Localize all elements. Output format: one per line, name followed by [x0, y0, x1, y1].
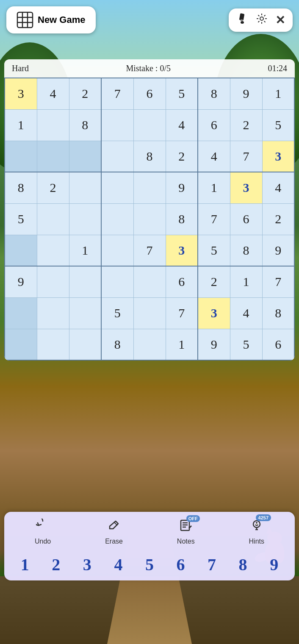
- num-button-5[interactable]: 5: [142, 553, 157, 576]
- cell-r9-c1[interactable]: [5, 329, 37, 360]
- cell-r2-c7[interactable]: 6: [198, 109, 230, 141]
- cell-r9-c8[interactable]: 5: [230, 329, 262, 360]
- cell-r8-c5[interactable]: [133, 297, 166, 329]
- cell-r2-c3[interactable]: 8: [69, 109, 101, 141]
- cell-r6-c8[interactable]: 8: [230, 235, 262, 266]
- cell-r3-c9[interactable]: 3: [262, 141, 294, 172]
- cell-r5-c8[interactable]: 6: [230, 203, 262, 235]
- cell-r3-c3[interactable]: [69, 141, 101, 172]
- cell-r2-c6[interactable]: 4: [166, 109, 198, 141]
- cell-r9-c2[interactable]: [37, 329, 69, 360]
- num-button-3[interactable]: 3: [80, 553, 95, 576]
- cell-r5-c5[interactable]: [133, 203, 166, 235]
- cell-r4-c4[interactable]: [101, 172, 133, 203]
- cell-r8-c1[interactable]: [5, 297, 37, 329]
- settings-icon[interactable]: [256, 13, 268, 28]
- num-button-8[interactable]: 8: [235, 553, 251, 576]
- num-button-9[interactable]: 9: [266, 553, 282, 576]
- cell-r1-c2[interactable]: 4: [37, 78, 69, 109]
- cell-r2-c5[interactable]: [133, 109, 166, 141]
- cell-r2-c9[interactable]: 5: [262, 109, 294, 141]
- cell-r4-c9[interactable]: 4: [262, 172, 294, 203]
- cell-r8-c7[interactable]: 3: [198, 297, 230, 329]
- num-button-4[interactable]: 4: [111, 553, 126, 576]
- cell-r5-c9[interactable]: 2: [262, 203, 294, 235]
- cell-r9-c3[interactable]: [69, 329, 101, 360]
- cell-r8-c6[interactable]: 7: [166, 297, 198, 329]
- cell-r9-c7[interactable]: 9: [198, 329, 230, 360]
- cell-r1-c7[interactable]: 8: [198, 78, 230, 109]
- cell-r7-c9[interactable]: 7: [262, 266, 294, 297]
- cell-r7-c1[interactable]: 9: [5, 266, 37, 297]
- cell-r8-c3[interactable]: [69, 297, 101, 329]
- num-button-7[interactable]: 7: [204, 553, 219, 576]
- cell-r5-c7[interactable]: 7: [198, 203, 230, 235]
- cell-r1-c4[interactable]: 7: [101, 78, 133, 109]
- cell-r4-c5[interactable]: [133, 172, 166, 203]
- erase-button[interactable]: Erase: [105, 519, 123, 545]
- cell-r3-c7[interactable]: 4: [198, 141, 230, 172]
- notes-button[interactable]: OFF Notes: [177, 519, 195, 545]
- cell-r3-c4[interactable]: [101, 141, 133, 172]
- cell-r8-c2[interactable]: [37, 297, 69, 329]
- cell-r2-c2[interactable]: [37, 109, 69, 141]
- cell-r7-c8[interactable]: 1: [230, 266, 262, 297]
- cell-r7-c6[interactable]: 6: [166, 266, 198, 297]
- cell-r1-c1[interactable]: 3: [5, 78, 37, 109]
- cell-r4-c6[interactable]: 9: [166, 172, 198, 203]
- cell-r5-c1[interactable]: 5: [5, 203, 37, 235]
- close-icon[interactable]: ✕: [275, 13, 285, 27]
- cell-r4-c8[interactable]: 3: [230, 172, 262, 203]
- status-bar: Hard Mistake : 0/5 01:24: [4, 59, 295, 78]
- cell-r6-c3[interactable]: 1: [69, 235, 101, 266]
- cell-r7-c3[interactable]: [69, 266, 101, 297]
- num-button-6[interactable]: 6: [173, 553, 188, 576]
- cell-r4-c1[interactable]: 8: [5, 172, 37, 203]
- cell-r4-c7[interactable]: 1: [198, 172, 230, 203]
- cell-r8-c4[interactable]: 5: [101, 297, 133, 329]
- cell-r6-c2[interactable]: [37, 235, 69, 266]
- cell-r6-c1[interactable]: [5, 235, 37, 266]
- cell-r1-c8[interactable]: 9: [230, 78, 262, 109]
- cell-r9-c6[interactable]: 1: [166, 329, 198, 360]
- cell-r8-c8[interactable]: 4: [230, 297, 262, 329]
- cell-r9-c4[interactable]: 8: [101, 329, 133, 360]
- cell-r3-c1[interactable]: [5, 141, 37, 172]
- cell-r6-c7[interactable]: 5: [198, 235, 230, 266]
- cell-r2-c4[interactable]: [101, 109, 133, 141]
- cell-r5-c2[interactable]: [37, 203, 69, 235]
- cell-r2-c8[interactable]: 2: [230, 109, 262, 141]
- cell-r6-c4[interactable]: [101, 235, 133, 266]
- cell-r4-c2[interactable]: 2: [37, 172, 69, 203]
- cell-r6-c9[interactable]: 9: [262, 235, 294, 266]
- cell-r7-c7[interactable]: 2: [198, 266, 230, 297]
- cell-r4-c3[interactable]: [69, 172, 101, 203]
- cell-r1-c5[interactable]: 6: [133, 78, 166, 109]
- cell-r1-c6[interactable]: 5: [166, 78, 198, 109]
- cell-r2-c1[interactable]: 1: [5, 109, 37, 141]
- cell-r5-c3[interactable]: [69, 203, 101, 235]
- cell-r1-c3[interactable]: 2: [69, 78, 101, 109]
- new-game-button[interactable]: New Game: [6, 6, 96, 33]
- cell-r7-c4[interactable]: [101, 266, 133, 297]
- cell-r3-c2[interactable]: [37, 141, 69, 172]
- cell-r1-c9[interactable]: 1: [262, 78, 294, 109]
- cell-r6-c6[interactable]: 3: [166, 235, 198, 266]
- cell-r3-c8[interactable]: 7: [230, 141, 262, 172]
- num-button-1[interactable]: 1: [17, 553, 33, 576]
- cell-r5-c6[interactable]: 8: [166, 203, 198, 235]
- num-button-2[interactable]: 2: [48, 553, 64, 576]
- paint-icon[interactable]: [236, 13, 248, 28]
- cell-r3-c6[interactable]: 2: [166, 141, 198, 172]
- cell-r8-c9[interactable]: 8: [262, 297, 294, 329]
- cell-r7-c2[interactable]: [37, 266, 69, 297]
- cell-r9-c9[interactable]: 6: [262, 329, 294, 360]
- undo-button[interactable]: Undo: [35, 519, 51, 545]
- cell-r9-c5[interactable]: [133, 329, 166, 360]
- cell-r3-c5[interactable]: 8: [133, 141, 166, 172]
- hints-button[interactable]: 4257 Hints: [249, 519, 264, 545]
- cell-r6-c5[interactable]: 7: [133, 235, 166, 266]
- notes-label: Notes: [177, 538, 195, 545]
- cell-r5-c4[interactable]: [101, 203, 133, 235]
- cell-r7-c5[interactable]: [133, 266, 166, 297]
